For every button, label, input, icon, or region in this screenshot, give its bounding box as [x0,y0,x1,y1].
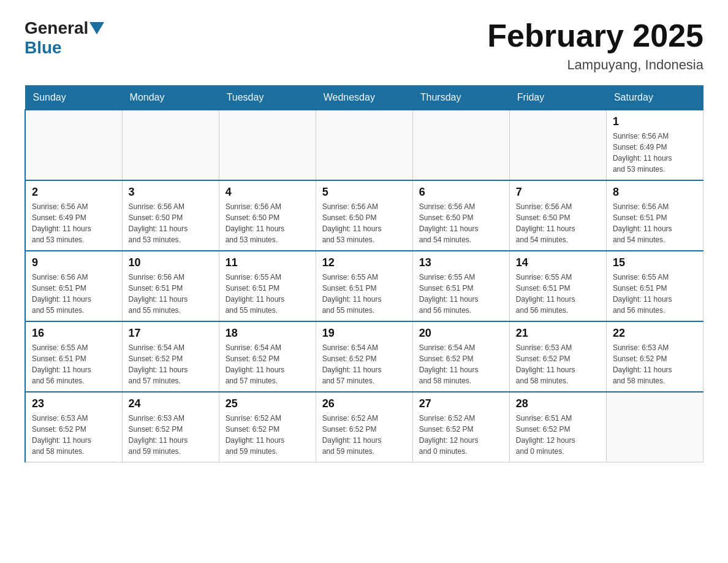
week-row-5: 23Sunrise: 6:53 AM Sunset: 6:52 PM Dayli… [25,392,703,462]
calendar-cell [509,110,606,180]
day-info: Sunrise: 6:56 AM Sunset: 6:50 PM Dayligh… [516,201,600,245]
calendar-cell: 18Sunrise: 6:54 AM Sunset: 6:52 PM Dayli… [219,321,316,392]
day-info: Sunrise: 6:53 AM Sunset: 6:52 PM Dayligh… [613,342,697,386]
logo: General Blue [25,18,105,58]
calendar-cell: 27Sunrise: 6:52 AM Sunset: 6:52 PM Dayli… [412,392,509,462]
calendar-cell: 23Sunrise: 6:53 AM Sunset: 6:52 PM Dayli… [25,392,122,462]
day-number: 7 [516,186,600,199]
day-info: Sunrise: 6:56 AM Sunset: 6:50 PM Dayligh… [419,201,503,245]
day-info: Sunrise: 6:56 AM Sunset: 6:50 PM Dayligh… [322,201,406,245]
calendar-cell: 5Sunrise: 6:56 AM Sunset: 6:50 PM Daylig… [316,180,412,251]
day-number: 23 [32,397,116,410]
calendar-cell: 16Sunrise: 6:55 AM Sunset: 6:51 PM Dayli… [25,321,122,392]
day-header-thursday: Thursday [412,86,509,110]
day-number: 10 [129,256,213,269]
week-row-1: 1Sunrise: 6:56 AM Sunset: 6:49 PM Daylig… [25,110,703,180]
day-info: Sunrise: 6:56 AM Sunset: 6:51 PM Dayligh… [613,201,697,245]
calendar-cell: 13Sunrise: 6:55 AM Sunset: 6:51 PM Dayli… [412,251,509,321]
day-number: 20 [419,327,503,340]
day-info: Sunrise: 6:55 AM Sunset: 6:51 PM Dayligh… [32,342,116,386]
day-info: Sunrise: 6:53 AM Sunset: 6:52 PM Dayligh… [129,413,213,457]
logo-blue-text: Blue [25,38,62,57]
day-info: Sunrise: 6:54 AM Sunset: 6:52 PM Dayligh… [322,342,406,386]
day-number: 22 [613,327,697,340]
day-number: 25 [226,397,309,410]
calendar-cell [122,110,219,180]
day-number: 27 [419,397,503,410]
calendar-cell: 10Sunrise: 6:56 AM Sunset: 6:51 PM Dayli… [122,251,219,321]
day-info: Sunrise: 6:55 AM Sunset: 6:51 PM Dayligh… [322,272,406,316]
day-info: Sunrise: 6:53 AM Sunset: 6:52 PM Dayligh… [516,342,600,386]
calendar-cell: 3Sunrise: 6:56 AM Sunset: 6:50 PM Daylig… [122,180,219,251]
calendar-cell: 14Sunrise: 6:55 AM Sunset: 6:51 PM Dayli… [509,251,606,321]
day-number: 14 [516,256,600,269]
day-info: Sunrise: 6:56 AM Sunset: 6:50 PM Dayligh… [226,201,309,245]
day-header-wednesday: Wednesday [316,86,412,110]
day-number: 3 [129,186,213,199]
calendar-cell: 6Sunrise: 6:56 AM Sunset: 6:50 PM Daylig… [412,180,509,251]
calendar-cell [219,110,316,180]
day-info: Sunrise: 6:55 AM Sunset: 6:51 PM Dayligh… [516,272,600,316]
calendar-cell: 8Sunrise: 6:56 AM Sunset: 6:51 PM Daylig… [606,180,703,251]
calendar-cell: 17Sunrise: 6:54 AM Sunset: 6:52 PM Dayli… [122,321,219,392]
logo-general-text: General [25,18,88,38]
day-info: Sunrise: 6:54 AM Sunset: 6:52 PM Dayligh… [129,342,213,386]
day-info: Sunrise: 6:56 AM Sunset: 6:49 PM Dayligh… [613,131,697,175]
calendar-cell: 7Sunrise: 6:56 AM Sunset: 6:50 PM Daylig… [509,180,606,251]
day-info: Sunrise: 6:52 AM Sunset: 6:52 PM Dayligh… [226,413,309,457]
day-number: 15 [613,256,697,269]
day-info: Sunrise: 6:55 AM Sunset: 6:51 PM Dayligh… [419,272,503,316]
week-row-3: 9Sunrise: 6:56 AM Sunset: 6:51 PM Daylig… [25,251,703,321]
day-number: 18 [226,327,309,340]
day-number: 1 [613,115,697,128]
day-info: Sunrise: 6:52 AM Sunset: 6:52 PM Dayligh… [419,413,503,457]
calendar-cell [25,110,122,180]
day-info: Sunrise: 6:54 AM Sunset: 6:52 PM Dayligh… [226,342,309,386]
calendar-cell: 11Sunrise: 6:55 AM Sunset: 6:51 PM Dayli… [219,251,316,321]
day-number: 17 [129,327,213,340]
day-number: 11 [226,256,309,269]
location-text: Lampuyang, Indonesia [487,57,703,73]
calendar-table: SundayMondayTuesdayWednesdayThursdayFrid… [25,85,703,462]
day-info: Sunrise: 6:54 AM Sunset: 6:52 PM Dayligh… [419,342,503,386]
day-info: Sunrise: 6:55 AM Sunset: 6:51 PM Dayligh… [613,272,697,316]
day-number: 12 [322,256,406,269]
calendar-cell [412,110,509,180]
day-info: Sunrise: 6:53 AM Sunset: 6:52 PM Dayligh… [32,413,116,457]
day-header-tuesday: Tuesday [219,86,316,110]
calendar-cell: 22Sunrise: 6:53 AM Sunset: 6:52 PM Dayli… [606,321,703,392]
calendar-cell: 4Sunrise: 6:56 AM Sunset: 6:50 PM Daylig… [219,180,316,251]
calendar-cell: 1Sunrise: 6:56 AM Sunset: 6:49 PM Daylig… [606,110,703,180]
calendar-cell [316,110,412,180]
logo-arrow-icon [89,22,104,34]
day-number: 24 [129,397,213,410]
day-number: 26 [322,397,406,410]
day-header-monday: Monday [122,86,219,110]
title-area: February 2025 Lampuyang, Indonesia [487,18,703,73]
day-number: 19 [322,327,406,340]
day-info: Sunrise: 6:56 AM Sunset: 6:50 PM Dayligh… [129,201,213,245]
day-number: 6 [419,186,503,199]
day-number: 8 [613,186,697,199]
calendar-cell: 20Sunrise: 6:54 AM Sunset: 6:52 PM Dayli… [412,321,509,392]
day-info: Sunrise: 6:55 AM Sunset: 6:51 PM Dayligh… [226,272,309,316]
day-number: 16 [32,327,116,340]
calendar-cell: 9Sunrise: 6:56 AM Sunset: 6:51 PM Daylig… [25,251,122,321]
page-header: General Blue February 2025 Lampuyang, In… [25,18,703,73]
calendar-cell: 28Sunrise: 6:51 AM Sunset: 6:52 PM Dayli… [509,392,606,462]
calendar-cell: 12Sunrise: 6:55 AM Sunset: 6:51 PM Dayli… [316,251,412,321]
day-number: 5 [322,186,406,199]
calendar-cell: 25Sunrise: 6:52 AM Sunset: 6:52 PM Dayli… [219,392,316,462]
header-row: SundayMondayTuesdayWednesdayThursdayFrid… [25,86,703,110]
calendar-cell: 24Sunrise: 6:53 AM Sunset: 6:52 PM Dayli… [122,392,219,462]
calendar-cell: 26Sunrise: 6:52 AM Sunset: 6:52 PM Dayli… [316,392,412,462]
calendar-cell: 2Sunrise: 6:56 AM Sunset: 6:49 PM Daylig… [25,180,122,251]
day-number: 4 [226,186,309,199]
day-info: Sunrise: 6:56 AM Sunset: 6:49 PM Dayligh… [32,201,116,245]
day-info: Sunrise: 6:56 AM Sunset: 6:51 PM Dayligh… [129,272,213,316]
day-info: Sunrise: 6:51 AM Sunset: 6:52 PM Dayligh… [516,413,600,457]
day-info: Sunrise: 6:52 AM Sunset: 6:52 PM Dayligh… [322,413,406,457]
day-number: 9 [32,256,116,269]
month-title: February 2025 [487,18,703,53]
calendar-cell: 15Sunrise: 6:55 AM Sunset: 6:51 PM Dayli… [606,251,703,321]
